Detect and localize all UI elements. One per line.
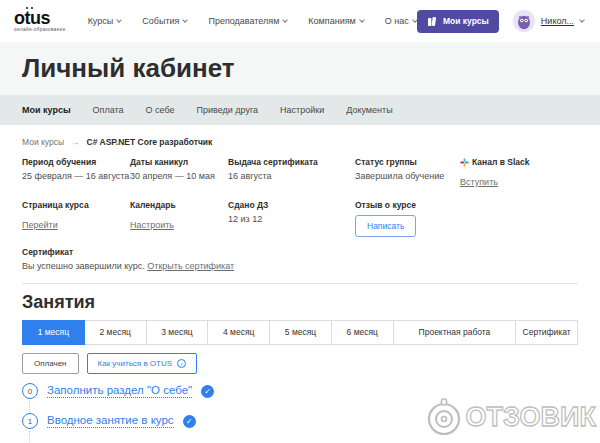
month-tab-certificate[interactable]: Сертификат [515, 320, 578, 345]
check-icon: ✓ [183, 415, 196, 428]
tab-documents[interactable]: Документы [346, 105, 392, 115]
certificate-issue-value: 16 августа [228, 171, 355, 181]
my-courses-button[interactable]: Мои курсы [417, 10, 499, 33]
title-band: Личный кабинет [0, 42, 600, 95]
certificate-block: Сертификат Вы успешно завершили курс. От… [22, 247, 578, 271]
logo-subtitle: онлайн-образование [14, 27, 66, 32]
lesson-number: 1 [22, 413, 38, 429]
study-period-value: 25 февраля — 16 августа [22, 171, 130, 181]
slack-icon [460, 158, 469, 167]
month-tab-6[interactable]: 6 месяц [331, 320, 394, 345]
check-icon: ✓ [201, 385, 214, 398]
section-divider [22, 283, 578, 284]
breadcrumb: Мои курсы → C# ASP.NET Core разработчик [22, 137, 578, 147]
course-page-link[interactable]: Перейти [22, 220, 58, 230]
certificate-label: Сертификат [22, 247, 578, 257]
lesson-list: 0 Заполнить раздел "О себе" ✓ 1 Вводное … [22, 383, 578, 443]
month-tabs: 1 месяц 2 месяц 3 месяц 4 месяц 5 месяц … [22, 320, 578, 345]
main-content: Мои курсы → C# ASP.NET Core разработчик … [0, 137, 600, 443]
tab-settings[interactable]: Настройки [280, 105, 324, 115]
certificate-text: Вы успешно завершили курс. [22, 261, 145, 271]
month-tab-4[interactable]: 4 месяц [207, 320, 270, 345]
user-name: Никол... [541, 16, 574, 26]
avatar [513, 10, 535, 32]
tab-about-me[interactable]: О себе [146, 105, 175, 115]
course-page-cell: Страница курса Перейти [22, 200, 130, 237]
chevron-down-icon [283, 17, 289, 23]
review-cell: Отзыв о курсе Написать [355, 200, 578, 237]
lesson-link[interactable]: Вводное занятие в курс [47, 414, 174, 428]
owl-mascot-icon [513, 10, 535, 32]
breadcrumb-course-name: C# ASP.NET Core разработчик [87, 137, 213, 147]
page-title: Личный кабинет [22, 53, 235, 84]
slack-cell: Канал в Slack Вступить [460, 157, 578, 189]
main-nav: Курсы События Преподавателям Компаниям О… [88, 16, 417, 26]
lesson-item: 1 Вводное занятие в курс ✓ [22, 413, 578, 429]
group-status-cell: Статус группы Завершила обучение [355, 157, 460, 189]
breadcrumb-my-courses[interactable]: Мои курсы [22, 137, 64, 147]
status-row: Оплачен Как учиться в OTUS i [22, 353, 578, 374]
holidays-value: 30 апреля — 10 мая [130, 171, 228, 181]
tab-payment[interactable]: Оплата [93, 105, 124, 115]
month-tab-3[interactable]: 3 месяц [146, 320, 209, 345]
nav-events[interactable]: События [142, 16, 187, 26]
otus-wordmark: otus [14, 10, 66, 26]
chevron-down-icon [116, 17, 122, 23]
month-tab-2[interactable]: 2 месяц [84, 320, 147, 345]
nav-about[interactable]: О нас [385, 16, 417, 26]
write-review-button[interactable]: Написать [355, 215, 416, 237]
how-to-study-button[interactable]: Как учиться в OTUS i [87, 353, 198, 374]
books-icon [427, 16, 438, 27]
group-status-value: Завершила обучение [355, 171, 460, 181]
nav-teachers[interactable]: Преподавателям [208, 16, 287, 26]
course-info-grid: Период обучения 25 февраля — 16 августа … [22, 157, 578, 237]
calendar-cell: Календарь Настроить [130, 200, 228, 237]
open-certificate-link[interactable]: Открыть сертификат [147, 261, 234, 271]
account-tabbar: Мои курсы Оплата О себе Приведи друга На… [0, 95, 600, 125]
tab-my-courses[interactable]: Мои курсы [22, 105, 71, 115]
study-period-cell: Период обучения 25 февраля — 16 августа [22, 157, 130, 189]
chevron-down-icon [579, 17, 585, 23]
homework-value: 12 из 12 [228, 214, 355, 224]
paid-status-badge: Оплачен [22, 353, 79, 374]
nav-courses[interactable]: Курсы [88, 16, 122, 26]
lesson-link[interactable]: Заполнить раздел "О себе" [47, 384, 192, 398]
lessons-heading: Занятия [22, 292, 578, 313]
calendar-configure-link[interactable]: Настроить [130, 220, 174, 230]
homework-cell: Сдано ДЗ 12 из 12 [228, 200, 355, 237]
nav-companies[interactable]: Компаниям [308, 16, 363, 26]
slack-join-link[interactable]: Вступить [460, 177, 498, 187]
user-menu[interactable]: Никол... [513, 10, 584, 32]
certificate-issue-cell: Выдача сертификата 16 августа [228, 157, 355, 189]
chevron-down-icon [183, 17, 189, 23]
holidays-cell: Даты каникул 30 апреля — 10 мая [130, 157, 228, 189]
month-tab-1[interactable]: 1 месяц [22, 320, 85, 345]
top-header: otus онлайн-образование Курсы События Пр… [0, 0, 600, 42]
tab-refer-friend[interactable]: Приведи друга [197, 105, 259, 115]
month-tab-5[interactable]: 5 месяц [269, 320, 332, 345]
arrow-right-icon: → [71, 137, 80, 147]
lesson-number: 0 [22, 383, 38, 399]
chevron-down-icon [359, 17, 365, 23]
info-icon: i [177, 359, 186, 368]
month-tab-project[interactable]: Проектная работа [393, 320, 517, 345]
lesson-item: 0 Заполнить раздел "О себе" ✓ [22, 383, 578, 399]
otus-logo[interactable]: otus онлайн-образование [14, 10, 66, 32]
